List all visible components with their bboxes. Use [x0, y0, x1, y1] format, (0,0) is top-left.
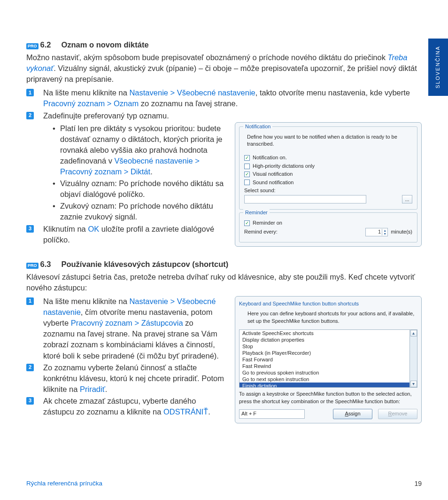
- section-6-2-heading: PRO 6.2 Oznam o novom diktáte: [26, 39, 422, 52]
- link-nastavenie: Nastavenie > Všeobecné nastavenie: [129, 88, 255, 97]
- checkbox-high-priority[interactable]: [244, 164, 250, 169]
- section-6-2-body: Platí len pre diktáty s vysokou priorito…: [26, 122, 422, 247]
- list-item[interactable]: Fast Rewind: [239, 363, 417, 369]
- page-footer: Rýchla referenčná príručka 19: [26, 479, 422, 489]
- notification-panel: Notification Define how you want to be n…: [235, 122, 422, 247]
- section-title: Oznam o novom diktáte: [61, 39, 148, 50]
- shortcuts-panel-title: Keyboard and SpeechMike function button …: [239, 300, 417, 307]
- link-pracovny-zastupcovia: Pracovný zoznam > Zástupcovia: [71, 319, 183, 327]
- step-badge-1: 1: [26, 297, 34, 305]
- label-high-priority: High-priority dictations only: [253, 163, 315, 170]
- assign-button[interactable]: Assign: [333, 409, 372, 419]
- label-visual: Visual notification: [253, 171, 293, 178]
- page-content: PRO 6.2 Oznam o novom diktáte Možno nast…: [0, 0, 448, 442]
- label-notification-on: Notification on.: [253, 154, 287, 161]
- step-badge-1: 1: [26, 89, 34, 96]
- group-notification-title: Notification: [243, 123, 272, 130]
- notification-description: Define how you want to be notified when …: [247, 133, 412, 148]
- list-item[interactable]: Activate SpeechExec shortcuts: [239, 330, 417, 336]
- footer-reference: Rýchla referenčná príručka: [26, 479, 102, 489]
- scrollbar[interactable]: ▴ ▾: [409, 330, 417, 387]
- group-reminder-title: Reminder: [243, 209, 270, 216]
- step-badge-3: 3: [26, 225, 34, 233]
- shortcuts-panel: Keyboard and SpeechMike function button …: [235, 296, 422, 423]
- section-6-3-intro: Klávesoví zástupci šetria čas, pretože n…: [26, 272, 422, 293]
- list-item-selected[interactable]: Finish dictation: [239, 383, 417, 388]
- section-6-2-intro: Možno nastaviť, akým spôsobom bude prepi…: [26, 52, 422, 85]
- input-sound-path[interactable]: [244, 195, 366, 203]
- section-title: Používanie klávesových zástupcov (shortc…: [61, 259, 228, 270]
- link-priradit: Priradiť: [80, 385, 105, 393]
- list-item[interactable]: Stop: [239, 343, 417, 350]
- checkbox-visual[interactable]: [244, 172, 250, 177]
- label-minutes: minute(s): [391, 228, 412, 235]
- scroll-down-icon[interactable]: ▾: [410, 381, 417, 387]
- link-odstranit: ODSTRÁNIŤ: [163, 407, 208, 416]
- section-6-3-body: 1 Na lište menu kliknite na Nastavenie >…: [26, 296, 422, 423]
- pro-badge-icon: PRO: [26, 263, 39, 269]
- list-item[interactable]: Go to previous spoken instruction: [239, 369, 417, 376]
- page-number: 19: [414, 479, 422, 489]
- scroll-up-icon[interactable]: ▴: [410, 330, 417, 336]
- label-select-sound: Select sound:: [244, 187, 276, 194]
- steps-6-2: 1 Na lište menu kliknite na Nastavenie >…: [39, 87, 422, 121]
- checkbox-reminder-on[interactable]: [244, 220, 250, 226]
- step-badge-3: 3: [26, 397, 34, 405]
- remove-button[interactable]: Remove: [378, 409, 417, 419]
- list-item[interactable]: Fast Forward: [239, 356, 417, 363]
- step-badge-2: 2: [26, 364, 34, 371]
- pro-badge-icon: PRO: [26, 43, 39, 49]
- label-reminder-on: Reminder on: [253, 219, 282, 227]
- shortcuts-panel-desc: Here you can define keyboard shortcuts f…: [247, 310, 417, 325]
- checkbox-notification-on[interactable]: [244, 155, 250, 161]
- section-number: 6.3: [40, 259, 51, 270]
- step-badge-2: 2: [26, 112, 34, 119]
- section-number: 6.2: [40, 39, 51, 50]
- label-remind-every: Remind every:: [244, 228, 278, 235]
- bullets-6-2: Platí len pre diktáty s vysokou priorito…: [53, 123, 226, 223]
- shortcuts-listbox[interactable]: Activate SpeechExec shortcuts Display di…: [239, 329, 417, 388]
- link-pracovny-zoznam-oznam: Pracovný zoznam > Oznam: [43, 99, 139, 108]
- spinner-icon[interactable]: ▲▼: [382, 229, 386, 235]
- section-6-3-heading: PRO 6.3 Používanie klávesových zástupcov…: [26, 259, 422, 272]
- list-item[interactable]: Go to next spoken instruction: [239, 376, 417, 383]
- shortcut-key-input[interactable]: Alt + F: [239, 409, 305, 419]
- list-item[interactable]: Display dictation properties: [239, 336, 417, 343]
- shortcuts-note: To assign a keystroke or SpeechMike func…: [239, 391, 417, 405]
- link-ok: OK: [88, 225, 99, 233]
- checkbox-sound[interactable]: [244, 180, 250, 185]
- list-item[interactable]: Playback (in Player/Recorder): [239, 350, 417, 356]
- browse-sound-button[interactable]: ...: [402, 195, 412, 203]
- label-sound: Sound notification: [253, 179, 294, 186]
- input-remind-minutes[interactable]: 1 ▲▼: [365, 228, 388, 236]
